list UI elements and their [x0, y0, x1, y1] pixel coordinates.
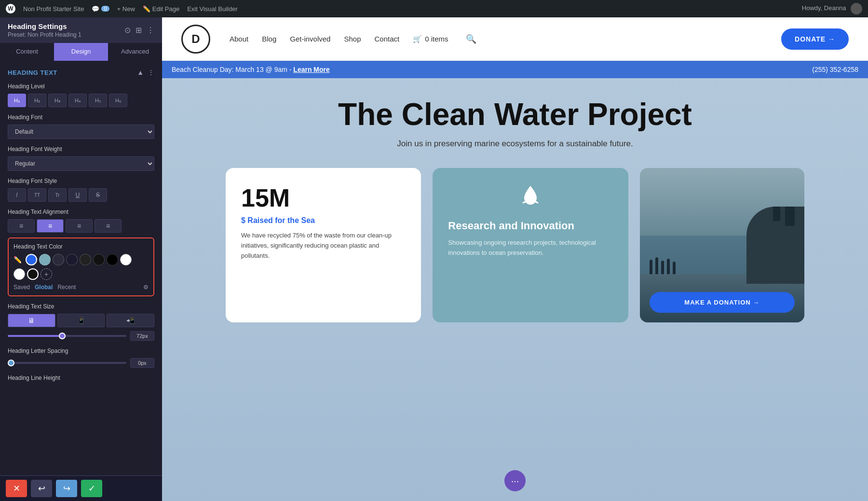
- color-tab-global[interactable]: Global: [35, 284, 53, 291]
- color-tab-recent[interactable]: Recent: [57, 284, 76, 291]
- color-swatch-dark4[interactable]: [93, 254, 105, 265]
- heading-font-weight-select[interactable]: Regular Bold Light: [8, 156, 154, 171]
- heading-text-alignment-label: Heading Text Alignment: [8, 209, 154, 215]
- save-button[interactable]: ✓: [81, 480, 102, 497]
- color-swatch-dark5[interactable]: [27, 268, 39, 280]
- color-swatch-black[interactable]: [107, 254, 118, 265]
- style-tt-btn[interactable]: TT: [28, 188, 46, 202]
- heading-text-section-header: Heading Text ▲ ⋮: [8, 69, 154, 76]
- align-justify-btn[interactable]: ≡: [95, 219, 122, 233]
- cart-icon[interactable]: 🛒 0 items: [413, 35, 448, 43]
- left-panel: Heading Settings Preset: Non Profit Head…: [0, 17, 162, 501]
- style-strikethrough-btn[interactable]: S: [89, 188, 107, 202]
- heading-font-style-label: Heading Font Style: [8, 178, 154, 184]
- search-button[interactable]: 🔍: [466, 34, 476, 44]
- hl-h5-btn[interactable]: H₅: [89, 94, 107, 107]
- heading-line-height-label: Heading Line Height: [8, 375, 154, 381]
- heading-text-size-label: Heading Text Size: [8, 303, 154, 310]
- color-swatch-add[interactable]: +: [41, 268, 52, 280]
- nav-blog[interactable]: Blog: [262, 35, 276, 43]
- hl-h1-btn[interactable]: H₁: [8, 94, 26, 107]
- learn-more-link[interactable]: Learn More: [293, 66, 329, 73]
- new-item[interactable]: + New: [117, 5, 135, 13]
- size-desktop-btn[interactable]: 🖥: [8, 314, 55, 327]
- color-settings-icon[interactable]: ⚙: [143, 284, 149, 291]
- fab-button[interactable]: ···: [504, 470, 526, 491]
- comments-item[interactable]: 💬 0: [92, 5, 109, 13]
- color-edit-icon[interactable]: ✏️: [14, 256, 22, 264]
- nav-shop[interactable]: Shop: [344, 35, 361, 43]
- color-tab-saved[interactable]: Saved: [14, 284, 30, 291]
- section-menu-icon[interactable]: ⋮: [148, 69, 154, 76]
- site-header: D About Blog Get-involved Shop Contact 🛒…: [162, 17, 868, 61]
- tab-advanced[interactable]: Advanced: [108, 43, 162, 61]
- nav-contact[interactable]: Contact: [375, 35, 400, 43]
- tab-content[interactable]: Content: [0, 43, 54, 61]
- card-raised: 15M $ Raised for the Sea We have recycle…: [226, 168, 421, 322]
- text-size-thumb[interactable]: [59, 333, 66, 339]
- card-raised-text: We have recycled 75% of the waste from o…: [241, 231, 406, 261]
- text-size-slider-row: 72px: [8, 331, 154, 341]
- hl-h4-btn[interactable]: H₄: [68, 94, 87, 107]
- style-underline-btn[interactable]: U: [68, 188, 87, 202]
- hl-h6-btn[interactable]: H₆: [109, 94, 127, 107]
- hl-h2-btn[interactable]: H₂: [28, 94, 46, 107]
- heading-text-color-section: Heading Text Color ✏️ +: [8, 237, 154, 296]
- panel-settings-icon[interactable]: ⊙: [124, 26, 131, 35]
- style-italic-btn[interactable]: I: [8, 188, 26, 202]
- donate-button[interactable]: DONATE →: [781, 28, 849, 50]
- align-right-btn[interactable]: ≡: [66, 219, 93, 233]
- size-device-buttons: 🖥 📱 📲: [8, 314, 154, 327]
- howdy-text: Howdy, Deanna: [802, 3, 862, 14]
- hero-section: The Clean Water Project Join us in prese…: [162, 78, 868, 501]
- cancel-button[interactable]: ✕: [6, 480, 27, 497]
- section-collapse-icon[interactable]: ▲: [137, 69, 144, 76]
- size-mobile-btn[interactable]: 📲: [107, 314, 154, 327]
- card-raised-subtitle: $ Raised for the Sea: [241, 216, 406, 225]
- color-swatch-lightblue[interactable]: [39, 254, 51, 265]
- letter-spacing-thumb[interactable]: [8, 360, 14, 366]
- announcement-bar: Beach Cleanup Day: March 13 @ 9am - Lear…: [162, 61, 868, 78]
- site-logo[interactable]: D: [181, 25, 210, 54]
- hero-subtitle: Join us in preserving marine ecosystems …: [397, 139, 633, 149]
- panel-header-icons: ⊙ ⊞ ⋮: [124, 26, 154, 35]
- heading-font-label: Heading Font: [8, 114, 154, 121]
- redo-button[interactable]: ↪: [56, 480, 77, 497]
- style-tr-btn[interactable]: Tr: [48, 188, 67, 202]
- admin-bar: W Non Profit Starter Site 💬 0 + New ✏️ E…: [0, 0, 868, 17]
- color-swatch-white2[interactable]: [14, 268, 25, 280]
- wp-logo[interactable]: W: [6, 4, 15, 14]
- panel-columns-icon[interactable]: ⊞: [136, 26, 142, 35]
- color-swatch-white[interactable]: [120, 254, 132, 265]
- text-size-value[interactable]: 72px: [130, 331, 154, 341]
- color-swatches: ✏️: [14, 254, 149, 265]
- site-name[interactable]: Non Profit Starter Site: [23, 5, 84, 13]
- color-swatch-dark1[interactable]: [53, 254, 64, 265]
- card-number: 15M: [241, 183, 406, 212]
- exit-builder-item[interactable]: Exit Visual Builder: [187, 5, 238, 13]
- hl-h3-btn[interactable]: H₃: [48, 94, 67, 107]
- letter-spacing-slider[interactable]: [8, 362, 126, 364]
- nav-about[interactable]: About: [230, 35, 248, 43]
- style-buttons: I TT Tr U S: [8, 188, 154, 202]
- panel-toolbar: ✕ ↩ ↪ ✓: [0, 475, 162, 501]
- align-center-btn[interactable]: ≡: [37, 219, 64, 233]
- letter-spacing-value[interactable]: 0px: [130, 358, 154, 368]
- card-image: MAKE A DONATION →: [640, 168, 804, 322]
- panel-preset[interactable]: Preset: Non Profit Heading 1: [8, 31, 81, 38]
- heading-font-select[interactable]: Default: [8, 125, 154, 139]
- nav-get-involved[interactable]: Get-involved: [290, 35, 330, 43]
- tab-design[interactable]: Design: [54, 43, 108, 61]
- announcement-phone: (255) 352-6258: [812, 66, 858, 73]
- align-left-btn[interactable]: ≡: [8, 219, 35, 233]
- make-donation-button[interactable]: MAKE A DONATION →: [650, 292, 795, 313]
- color-swatch-dark2[interactable]: [66, 254, 78, 265]
- card-research: Research and Innovation Showcasing ongoi…: [433, 168, 628, 322]
- panel-more-icon[interactable]: ⋮: [147, 26, 154, 35]
- color-swatch-blue[interactable]: [26, 254, 37, 265]
- color-swatch-dark3[interactable]: [80, 254, 91, 265]
- undo-button[interactable]: ↩: [31, 480, 52, 497]
- text-size-slider[interactable]: [8, 335, 126, 337]
- edit-page-item[interactable]: ✏️ Edit Page: [143, 5, 179, 13]
- size-tablet-btn[interactable]: 📱: [57, 314, 105, 327]
